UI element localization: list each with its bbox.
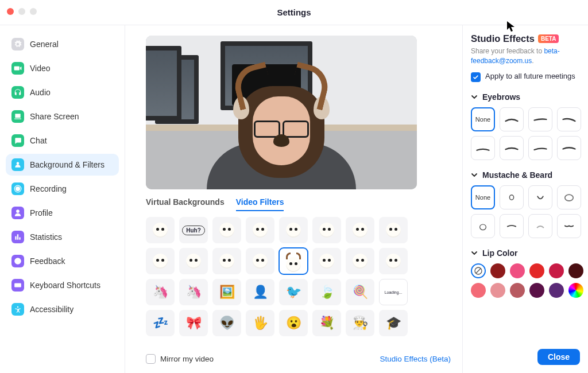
filter-tile[interactable]: 😮 [279,310,308,336]
studio-effects-link[interactable]: Studio Effects (Beta) [380,355,451,363]
sidebar-item-label: Share Screen [30,112,79,121]
filter-tile[interactable]: 🎓 [379,310,408,336]
filter-tile[interactable] [246,248,274,274]
lip-color-swatch[interactable] [529,263,544,278]
filter-tile[interactable] [246,217,274,243]
tab-virtual-backgrounds[interactable]: Virtual Backgrounds [146,197,225,211]
mustache-option[interactable] [557,185,581,209]
filter-tile[interactable]: 🦄 [146,279,175,305]
sidebar-item-recording[interactable]: Recording [6,178,119,200]
eyebrow-option[interactable] [471,136,495,160]
filter-tile[interactable]: Huh? [179,217,208,243]
eyebrow-option[interactable] [500,107,524,131]
filter-tile[interactable] [312,248,341,274]
sidebar-item-feedback[interactable]: Feedback [6,250,119,272]
filter-tile[interactable]: 👨‍🍳 [346,310,374,336]
filter-tile[interactable]: 👽 [212,310,241,336]
lip-color-swatch[interactable] [490,263,505,278]
filter-tile[interactable]: Loading... [379,279,408,305]
mirror-my-video-checkbox[interactable]: Mirror my video [146,354,214,364]
lip-color-swatch[interactable] [568,263,583,278]
sidebar-item-background-filters[interactable]: Background & Filters [6,154,119,176]
filter-tile[interactable] [346,248,374,274]
eyebrows-grid: None [471,107,580,160]
filter-tile[interactable] [279,248,308,274]
svg-point-2 [14,258,21,265]
filter-tile[interactable]: 💐 [312,310,341,336]
filter-tile[interactable]: 🍃 [312,279,341,305]
sidebar-item-profile[interactable]: Profile [6,202,119,224]
filter-tile[interactable] [146,248,175,274]
mustache-section-header[interactable]: Mustache & Beard [471,170,580,180]
sidebar-item-label: Feedback [30,257,65,266]
filter-tile[interactable] [379,248,408,274]
lip-color-swatch[interactable] [510,263,525,278]
sidebar-item-label: Audio [30,88,51,97]
filter-tile[interactable] [312,217,341,243]
gear-icon [11,38,24,50]
a11y-icon [11,303,24,316]
sidebar-item-statistics[interactable]: Statistics [6,226,119,248]
mustache-option[interactable] [500,185,524,209]
filter-tile[interactable] [212,248,241,274]
filter-tile[interactable] [146,217,175,243]
lip-color-swatch[interactable] [490,283,505,298]
filter-tile[interactable] [212,217,241,243]
mustache-option[interactable] [471,214,495,238]
headset-icon [11,86,24,99]
filter-tile[interactable]: 🖼️ [212,279,241,305]
sidebar-item-share-screen[interactable]: Share Screen [6,106,119,127]
zoom-window-dot[interactable] [30,8,37,15]
sidebar-item-label: Recording [30,184,67,193]
filter-tile[interactable]: 🎀 [179,310,208,336]
eyebrow-option[interactable] [528,107,552,131]
sidebar-item-keyboard-shortcuts[interactable]: Keyboard Shortcuts [6,274,119,296]
svg-point-11 [17,306,18,308]
lip-color-swatch[interactable] [471,283,486,298]
filter-tile[interactable]: 🍭 [346,279,374,305]
eyebrow-option[interactable] [557,136,581,160]
close-button[interactable]: Close [537,349,580,365]
share-icon [11,110,24,123]
apply-all-checkbox[interactable] [471,72,481,82]
filter-tile[interactable] [279,217,308,243]
filter-tile[interactable] [179,248,208,274]
lip-color-swatch[interactable] [529,283,544,298]
sidebar-item-general[interactable]: General [6,33,119,55]
sidebar-item-accessibility[interactable]: Accessibility [6,298,119,320]
filter-tile[interactable]: 🦄 [179,279,208,305]
lip-section-header[interactable]: Lip Color [471,248,580,258]
eyebrow-option[interactable] [557,107,581,131]
avatar-icon [11,158,24,171]
filter-tile[interactable]: 💤 [146,310,175,336]
video-filter-grid: Huh?🦄🦄🖼️👤🐦🍃🍭Loading...💤🎀👽🖐️😮💐👨‍🍳🎓 [146,217,423,336]
filter-tile[interactable]: 🖐️ [246,310,274,336]
mustache-option-none[interactable]: None [471,185,495,209]
sidebar-item-audio[interactable]: Audio [6,81,119,103]
mustache-option[interactable] [500,214,524,238]
eyebrow-option[interactable] [528,136,552,160]
filter-tile[interactable]: 🐦 [279,279,308,305]
close-window-dot[interactable] [7,8,14,15]
sidebar-item-label: Accessibility [30,305,74,314]
eyebrows-section-header[interactable]: Eyebrows [471,92,580,102]
lip-color-swatch[interactable] [549,283,564,298]
lip-color-swatch[interactable] [549,263,564,278]
lip-color-swatch[interactable] [568,283,583,298]
filter-tile[interactable]: 👤 [246,279,274,305]
eyebrow-option-none[interactable]: None [471,107,495,131]
mustache-option[interactable] [528,214,552,238]
lip-color-none[interactable] [471,263,486,278]
mustache-option[interactable] [528,185,552,209]
lip-color-swatch[interactable] [510,283,525,298]
sidebar-item-video[interactable]: Video [6,57,119,79]
tab-video-filters[interactable]: Video Filters [236,197,284,211]
eyebrow-option[interactable] [500,136,524,160]
filter-tile[interactable] [346,217,374,243]
filter-tile[interactable] [379,217,408,243]
sidebar-item-chat[interactable]: Chat [6,130,119,151]
minimize-window-dot[interactable] [18,8,25,15]
apply-all-label: Apply to all future meetings [485,72,575,80]
mustache-option[interactable] [557,214,581,238]
video-preview [146,36,417,189]
